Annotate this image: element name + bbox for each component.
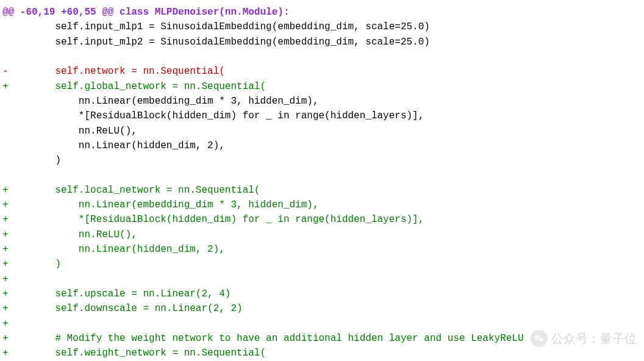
diff-line-added: + self.global_network = nn.Sequential( — [0, 79, 644, 94]
diff-line-added: + self.weight_network = nn.Sequential( — [0, 346, 644, 360]
diff-line-added: + self.downscale = nn.Linear(2, 2) — [0, 301, 644, 316]
diff-line-added: + nn.Linear(hidden_dim, 2), — [0, 242, 644, 257]
diff-line-added: + — [0, 272, 644, 287]
hunk-header: @@ -60,19 +60,55 @@ class MLPDenoiser(nn… — [0, 5, 644, 20]
diff-line-added: + — [0, 316, 644, 331]
diff-line-added: + # Modify the weight network to have an… — [0, 331, 644, 346]
diff-line-context: self.input_mlp1 = SinusoidalEmbedding(em… — [0, 20, 644, 34]
diff-line-context: nn.ReLU(), — [0, 124, 644, 138]
diff-line-removed: - self.network = nn.Sequential( — [0, 64, 644, 79]
diff-line-context: ) — [0, 153, 644, 168]
diff-line-context — [0, 49, 644, 64]
diff-line-context: nn.Linear(embedding_dim * 3, hidden_dim)… — [0, 94, 644, 109]
diff-block: @@ -60,19 +60,55 @@ class MLPDenoiser(nn… — [0, 5, 644, 361]
diff-line-context: *[ResidualBlock(hidden_dim) for _ in ran… — [0, 109, 644, 123]
diff-line-added: + self.local_network = nn.Sequential( — [0, 183, 644, 198]
diff-line-added: + nn.Linear(embedding_dim * 3, hidden_di… — [0, 198, 644, 212]
diff-line-added: + ) — [0, 257, 644, 271]
diff-line-context: self.input_mlp2 = SinusoidalEmbedding(em… — [0, 35, 644, 49]
diff-line-added: + *[ResidualBlock(hidden_dim) for _ in r… — [0, 212, 644, 227]
diff-line-added: + self.upscale = nn.Linear(2, 4) — [0, 287, 644, 301]
diff-line-added: + nn.ReLU(), — [0, 227, 644, 242]
diff-line-context: nn.Linear(hidden_dim, 2), — [0, 138, 644, 153]
diff-line-context — [0, 168, 644, 182]
